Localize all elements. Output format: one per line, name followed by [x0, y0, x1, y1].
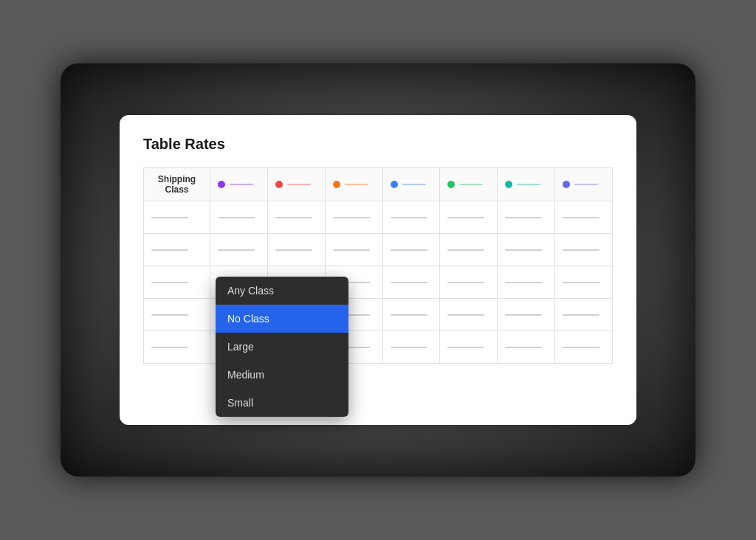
line-green: [459, 184, 483, 185]
background: Table Rates ShippingClass: [61, 63, 695, 477]
dropdown-item-medium[interactable]: Medium: [216, 361, 348, 389]
dropdown-item-no-class[interactable]: No Class: [216, 305, 348, 333]
dot-green: [447, 181, 455, 188]
dropdown-item-large[interactable]: Large: [216, 333, 348, 361]
col-header-purple: [210, 168, 268, 201]
dot-row-purple: [218, 181, 260, 188]
table-row: [144, 331, 613, 364]
col-header-indigo: [555, 168, 613, 201]
dot-row-red: [275, 181, 317, 188]
line-red: [287, 184, 311, 185]
dot-row-green: [447, 181, 489, 188]
dot-row-blue: [391, 181, 433, 188]
table-header-row: ShippingClass: [144, 168, 613, 201]
dropdown-item-any-class[interactable]: Any Class: [216, 277, 348, 305]
dot-blue: [391, 181, 398, 188]
rates-table: ShippingClass: [143, 167, 613, 364]
row2-label: [144, 234, 210, 266]
col-header-orange: [325, 168, 382, 201]
line-indigo: [574, 184, 598, 185]
dot-row-indigo: [563, 181, 605, 188]
dot-red: [275, 181, 283, 188]
row3-label: [144, 266, 210, 299]
line-purple: [230, 184, 253, 185]
class-dropdown-menu: Any Class No Class Large Medium Small: [216, 277, 348, 417]
row4-label: [144, 299, 210, 331]
table-row-dropdown: Class ▾: [144, 266, 613, 299]
dot-teal: [505, 181, 512, 188]
col-header-green: [440, 168, 498, 201]
dot-row-teal: [505, 181, 547, 188]
line-teal: [517, 184, 540, 185]
row5-label: [144, 331, 210, 364]
table-row: [144, 299, 613, 331]
col-header-blue: [382, 168, 440, 201]
dropdown-item-small[interactable]: Small: [216, 389, 348, 417]
row1-label: [144, 201, 210, 234]
shipping-class-header: ShippingClass: [144, 168, 210, 201]
table-row: [144, 234, 613, 266]
col-header-red: [267, 168, 325, 201]
table-wrapper: ShippingClass: [143, 167, 613, 364]
card: Table Rates ShippingClass: [120, 115, 636, 425]
dot-row-orange: [333, 181, 375, 188]
col-header-teal: [498, 168, 555, 201]
dot-orange: [333, 181, 340, 188]
dot-indigo: [563, 181, 570, 188]
line-blue: [402, 184, 426, 185]
page-title: Table Rates: [143, 136, 613, 153]
dot-purple: [218, 181, 225, 188]
line-orange: [345, 184, 368, 185]
table-row: [144, 201, 613, 234]
